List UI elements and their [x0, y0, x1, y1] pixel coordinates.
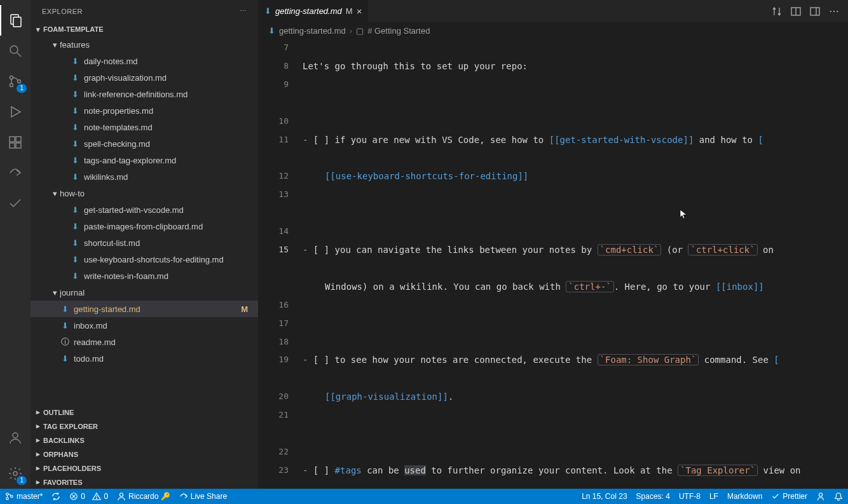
- search-icon[interactable]: [0, 36, 31, 66]
- folder-journal[interactable]: ▾ journal: [31, 284, 258, 301]
- file-item[interactable]: ⬇shortcut-list.md: [31, 235, 258, 251]
- status-bar: master* 0 0 Riccardo 🔑 Live Share Ln 15,…: [0, 489, 848, 504]
- file-item[interactable]: ⬇spell-checking.md: [31, 135, 258, 152]
- modified-badge: M: [241, 304, 250, 314]
- heading-icon: ▢: [356, 26, 364, 36]
- chevron-down-icon: ▾: [50, 288, 60, 297]
- file-item[interactable]: ⬇note-properties.md: [31, 102, 258, 119]
- folder-features[interactable]: ▾ features: [31, 36, 258, 53]
- markdown-icon: ⬇: [60, 354, 70, 364]
- markdown-icon: ⬇: [60, 321, 70, 330]
- section-backlinks[interactable]: ▸BACKLINKS: [31, 433, 258, 447]
- close-icon[interactable]: ×: [357, 6, 362, 17]
- status-spaces[interactable]: Spaces: 4: [636, 492, 670, 501]
- status-position[interactable]: Ln 15, Col 23: [582, 492, 627, 501]
- code-content[interactable]: Let's go through this to set up your rep…: [303, 39, 848, 489]
- markdown-icon: ⬇: [70, 156, 80, 165]
- file-tree: ▾ features ⬇daily-notes.md ⬇graph-visual…: [31, 36, 258, 405]
- folder-howto[interactable]: ▾ how-to: [31, 185, 258, 201]
- status-encoding[interactable]: UTF-8: [679, 492, 701, 501]
- share-icon[interactable]: [0, 158, 31, 188]
- file-item[interactable]: ⬇get-started-with-vscode.md: [31, 201, 258, 218]
- file-item[interactable]: ⬇todo.md: [31, 350, 258, 367]
- svg-rect-1: [13, 17, 21, 27]
- svg-point-2: [10, 46, 18, 53]
- markdown-icon: ⬇: [70, 172, 80, 182]
- preview-icon[interactable]: [791, 6, 801, 17]
- run-icon[interactable]: [0, 97, 31, 127]
- chevron-down-icon: ▾: [50, 189, 60, 198]
- svg-point-11: [13, 433, 18, 438]
- scm-badge: 1: [17, 84, 27, 93]
- status-errors[interactable]: 0 0: [69, 492, 108, 501]
- section-outline[interactable]: ▸OUTLINE: [31, 405, 258, 419]
- explorer-icon[interactable]: [0, 5, 31, 36]
- file-item[interactable]: ⬇graph-visualization.md: [31, 69, 258, 86]
- file-item[interactable]: ⬇tags-and-tag-explorer.md: [31, 152, 258, 168]
- activity-bar: 1 1: [0, 0, 31, 489]
- sidebar: EXPLORER ⋯ ▾ FOAM-TEMPLATE ▾ features ⬇d…: [31, 0, 258, 489]
- chevron-right-icon: ▸: [33, 422, 43, 430]
- chevron-right-icon: ▸: [33, 450, 43, 458]
- compare-icon[interactable]: [772, 6, 782, 17]
- project-header[interactable]: ▾ FOAM-TEMPLATE: [31, 22, 258, 36]
- section-favorites[interactable]: ▸FAVORITES: [31, 475, 258, 489]
- extensions-icon[interactable]: [0, 127, 31, 158]
- markdown-icon: ⬇: [70, 123, 80, 132]
- status-liveshare[interactable]: Live Share: [179, 492, 227, 501]
- file-item[interactable]: ⬇paste-images-from-clipboard.md: [31, 218, 258, 235]
- editor-body[interactable]: 7 8 9 10 11 12 13 14 15 16 17 18 19: [258, 39, 848, 489]
- markdown-icon: ⬇: [70, 255, 80, 264]
- markdown-icon: ⬇: [60, 304, 70, 314]
- status-branch[interactable]: master*: [5, 492, 43, 501]
- markdown-icon: ⬇: [268, 26, 275, 36]
- status-lang[interactable]: Markdown: [727, 492, 762, 501]
- breadcrumb[interactable]: ⬇ getting-started.md › ▢ # Getting Start…: [258, 22, 848, 39]
- svg-point-25: [120, 493, 123, 496]
- svg-rect-9: [16, 143, 21, 148]
- file-item[interactable]: ⬇daily-notes.md: [31, 53, 258, 69]
- svg-rect-15: [810, 8, 819, 15]
- file-item[interactable]: ⬇wikilinks.md: [31, 168, 258, 185]
- tab-getting-started[interactable]: ⬇ getting-started.md M ×: [258, 0, 369, 22]
- file-item[interactable]: ⓘreadme.md: [31, 334, 258, 350]
- status-feedback-icon[interactable]: [816, 492, 825, 501]
- settings-icon[interactable]: 1: [0, 458, 31, 489]
- svg-line-3: [17, 53, 21, 57]
- editor-area: ⬇ getting-started.md M × ⋯ ⬇ getting-sta…: [258, 0, 848, 489]
- section-placeholders[interactable]: ▸PLACEHOLDERS: [31, 461, 258, 475]
- status-prettier[interactable]: Prettier: [771, 492, 807, 501]
- more-icon[interactable]: ⋯: [829, 5, 839, 17]
- section-orphans[interactable]: ▸ORPHANS: [31, 447, 258, 461]
- sidebar-more-icon[interactable]: ⋯: [240, 7, 247, 15]
- chevron-down-icon: ▾: [50, 40, 60, 50]
- svg-point-26: [819, 493, 822, 496]
- svg-point-17: [6, 493, 9, 496]
- tab-modified: M: [346, 6, 353, 16]
- tab-filename: getting-started.md: [275, 6, 342, 16]
- file-item[interactable]: ⬇use-keyboard-shortcuts-for-editing.md: [31, 251, 258, 268]
- source-control-icon[interactable]: 1: [0, 66, 31, 97]
- file-getting-started[interactable]: ⬇getting-started.mdM: [31, 301, 258, 317]
- file-item[interactable]: ⬇note-templates.md: [31, 119, 258, 135]
- sidebar-header: EXPLORER ⋯: [31, 0, 258, 22]
- file-item[interactable]: ⬇inbox.md: [31, 317, 258, 334]
- split-icon[interactable]: [810, 6, 820, 17]
- section-tag-explorer[interactable]: ▸TAG EXPLORER: [31, 419, 258, 433]
- status-bell-icon[interactable]: [834, 492, 843, 501]
- file-item[interactable]: ⬇write-notes-in-foam.md: [31, 268, 258, 284]
- check-icon[interactable]: [0, 188, 31, 219]
- chevron-right-icon: ›: [350, 26, 352, 36]
- status-sync[interactable]: [51, 492, 60, 501]
- chevron-right-icon: ▸: [33, 464, 43, 472]
- markdown-icon: ⬇: [70, 139, 80, 149]
- breadcrumb-heading: # Getting Started: [367, 26, 430, 36]
- file-item[interactable]: ⬇link-reference-definitions.md: [31, 86, 258, 102]
- status-user[interactable]: Riccardo 🔑: [117, 492, 170, 501]
- markdown-icon: ⬇: [70, 238, 80, 248]
- svg-point-4: [10, 76, 13, 79]
- status-eol[interactable]: LF: [709, 492, 718, 501]
- markdown-icon: ⬇: [70, 205, 80, 215]
- markdown-icon: ⬇: [70, 57, 80, 66]
- account-icon[interactable]: [0, 423, 31, 453]
